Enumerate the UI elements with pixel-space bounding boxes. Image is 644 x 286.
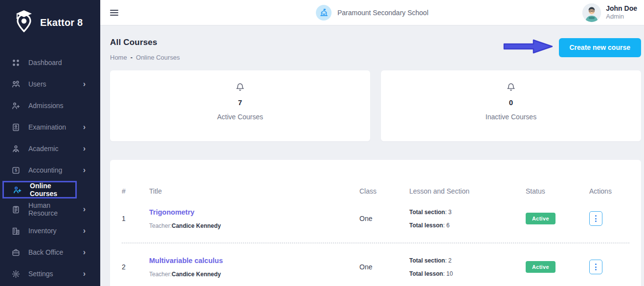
ekattor-pin-logo-icon <box>14 9 34 36</box>
column-header-title: Title <box>149 187 359 195</box>
brand-name: Ekattor 8 <box>40 17 83 28</box>
sidebar-item-back-office[interactable]: Back Office › <box>0 242 100 263</box>
gear-icon <box>11 269 21 279</box>
sidebar-item-academic[interactable]: Academic › <box>0 138 100 159</box>
sidebar-item-users[interactable]: Users › <box>0 73 100 95</box>
human-resource-icon <box>11 204 21 214</box>
total-lesson-label: Total lesson <box>409 270 443 277</box>
sidebar-item-label: Inventory <box>28 227 75 235</box>
stats-row: 7 Active Courses 0 Inactive Courses <box>110 70 641 141</box>
vertical-dots-icon <box>595 215 597 217</box>
column-header-status: Status <box>526 187 589 195</box>
user-role: Admin <box>606 13 637 21</box>
school-badge: Paramount Secondary School <box>316 5 428 21</box>
table-header-row: # Title Class Lesson and Section Status … <box>122 187 629 195</box>
class-cell: One <box>359 263 409 271</box>
active-courses-count: 7 <box>238 98 242 107</box>
user-info: John Doe Admin <box>606 4 637 21</box>
teacher-line: Teacher:Candice Kennedy <box>149 222 359 229</box>
inactive-courses-card: 0 Inactive Courses <box>381 70 641 141</box>
sidebar-item-label: Users <box>28 80 75 88</box>
row-actions-menu-button[interactable] <box>589 260 602 274</box>
school-building-icon <box>316 5 332 21</box>
row-number: 1 <box>122 215 149 222</box>
sidebar-item-online-courses[interactable]: Online Courses <box>2 181 77 198</box>
inactive-courses-label: Inactive Courses <box>486 113 536 121</box>
main-area: Paramount Secondary School <box>100 0 644 286</box>
status-badge: Active <box>526 213 555 224</box>
total-section-label: Total section <box>409 257 445 264</box>
total-lesson-label: Total lesson <box>409 222 443 229</box>
table-row: 1 Trigonometry Teacher:Candice Kennedy O… <box>122 195 629 243</box>
colon: : <box>443 270 446 277</box>
sidebar-item-accounting[interactable]: $ Accounting › <box>0 159 100 181</box>
admissions-icon <box>11 101 21 110</box>
total-section-label: Total section <box>409 209 445 216</box>
chevron-right-icon: › <box>83 80 86 88</box>
page-head-right: Create new course <box>503 38 642 57</box>
lesson-section-cell: Total section: 2 Total lesson: 10 <box>409 257 526 277</box>
chevron-right-icon: › <box>83 205 86 214</box>
page-content: All Courses Home - Online Courses Create… <box>100 25 644 286</box>
bell-icon <box>235 82 245 95</box>
status-badge: Active <box>526 261 555 273</box>
active-courses-card: 7 Active Courses <box>110 70 370 141</box>
create-new-course-button[interactable]: Create new course <box>559 38 642 57</box>
courses-table-card: # Title Class Lesson and Section Status … <box>110 160 641 286</box>
hamburger-menu-icon[interactable] <box>110 10 118 16</box>
chevron-right-icon: › <box>83 248 86 257</box>
lesson-section-cell: Total section: 3 Total lesson: 6 <box>409 209 526 229</box>
page-head: All Courses Home - Online Courses Create… <box>110 38 641 61</box>
sidebar-item-settings[interactable]: Settings › <box>0 263 100 285</box>
chevron-right-icon: › <box>83 144 86 153</box>
table-row: 2 Multivariable calculus Teacher:Candice… <box>122 243 629 286</box>
colon: : <box>445 257 448 264</box>
sidebar-item-dashboard[interactable]: Dashboard <box>0 52 100 73</box>
sidebar-item-examination[interactable]: Examination › <box>0 116 100 138</box>
course-title-link[interactable]: Trigonometry <box>149 208 195 216</box>
chevron-right-icon: › <box>83 226 86 235</box>
user-menu[interactable]: John Doe Admin <box>582 3 637 22</box>
breadcrumb-home[interactable]: Home <box>110 54 127 61</box>
sidebar-item-inventory[interactable]: Inventory › <box>0 220 100 242</box>
school-name: Paramount Secondary School <box>337 9 428 17</box>
examination-icon <box>11 122 21 132</box>
chevron-right-icon: › <box>83 269 86 278</box>
dashboard-icon <box>11 58 21 67</box>
sidebar-item-label: Examination <box>28 123 75 131</box>
chevron-right-icon: › <box>83 123 86 132</box>
inventory-icon <box>11 226 21 236</box>
total-lesson-value: 10 <box>446 270 453 277</box>
sidebar-item-label: Accounting <box>28 166 75 174</box>
page-title: All Courses <box>110 38 180 47</box>
user-name: John Doe <box>606 4 637 13</box>
annotation-arrow-icon <box>503 38 554 57</box>
status-cell: Active <box>526 261 589 273</box>
actions-cell <box>589 211 629 226</box>
row-actions-menu-button[interactable] <box>589 211 602 226</box>
page-head-left: All Courses Home - Online Courses <box>110 38 180 61</box>
sidebar-item-label: Dashboard <box>28 59 91 66</box>
breadcrumb: Home - Online Courses <box>110 54 180 61</box>
total-section-value: 2 <box>448 257 452 264</box>
sidebar-item-admissions[interactable]: Admissions <box>0 95 100 116</box>
brand[interactable]: Ekattor 8 <box>0 0 100 43</box>
title-cell: Multivariable calculus Teacher:Candice K… <box>149 256 359 278</box>
total-lesson-value: 6 <box>446 222 450 229</box>
row-number: 2 <box>122 263 149 271</box>
teacher-name: Candice Kennedy <box>172 222 221 229</box>
teacher-line: Teacher:Candice Kennedy <box>149 271 359 278</box>
column-header-class: Class <box>359 187 409 195</box>
sidebar-nav: Dashboard Users › <box>0 52 100 285</box>
breadcrumb-current: Online Courses <box>136 54 180 61</box>
back-office-icon <box>11 247 21 257</box>
sidebar-item-label: Settings <box>28 270 75 278</box>
course-title-link[interactable]: Multivariable calculus <box>149 257 223 264</box>
sidebar-item-human-resource[interactable]: Human Resource › <box>0 198 100 220</box>
breadcrumb-separator: - <box>131 54 133 61</box>
teacher-name: Candice Kennedy <box>172 271 221 278</box>
app-window: Ekattor 8 Dashboard Use <box>0 0 644 286</box>
column-header-lesson-section: Lesson and Section <box>409 187 526 195</box>
status-cell: Active <box>526 213 589 224</box>
colon: : <box>445 209 448 216</box>
